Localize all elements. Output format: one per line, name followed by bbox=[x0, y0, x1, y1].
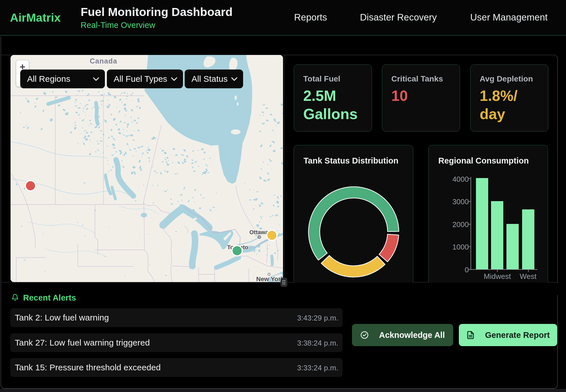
svg-text:Ottawa: Ottawa bbox=[249, 229, 269, 235]
svg-text:Canada: Canada bbox=[90, 57, 117, 65]
svg-text:New York: New York bbox=[256, 275, 283, 282]
